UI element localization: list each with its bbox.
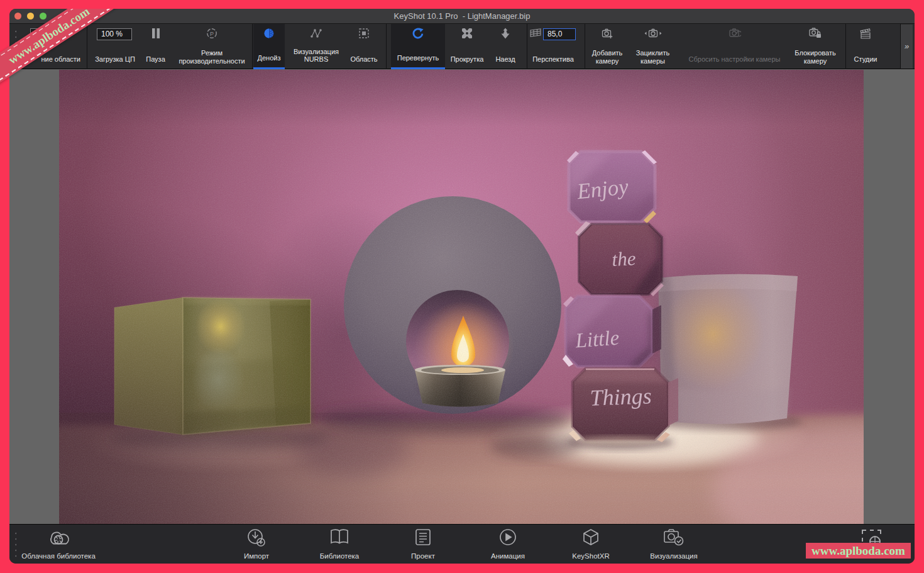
svg-text:P: P — [210, 31, 214, 37]
